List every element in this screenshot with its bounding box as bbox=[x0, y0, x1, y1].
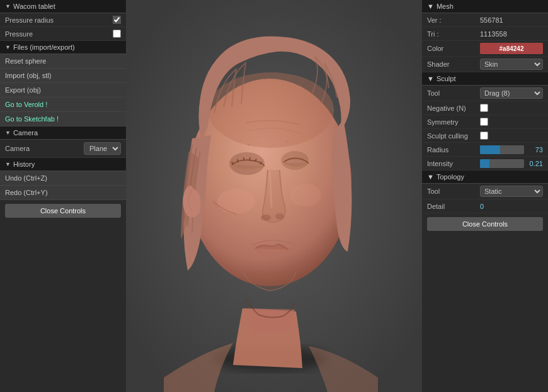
sculpt-culling-checkbox[interactable] bbox=[480, 132, 488, 140]
topology-section-label: Topology bbox=[437, 173, 464, 181]
undo-button[interactable]: Undo (Ctrl+Z) bbox=[0, 171, 126, 186]
sculpt-section-label: Sculpt bbox=[437, 75, 456, 82]
intensity-slider-container[interactable]: 0.21 bbox=[480, 159, 543, 168]
sculpt-section-header[interactable]: ▼ Sculpt bbox=[422, 72, 548, 86]
intensity-label: Intensity bbox=[427, 160, 477, 167]
tri-row: Tri : 1113558 bbox=[422, 27, 548, 41]
left-panel: ▼ Wacom tablet Pressure radius Pressure … bbox=[0, 0, 126, 392]
tool-select[interactable]: Drag (8) Smooth Inflate Flatten bbox=[480, 87, 543, 99]
import-button[interactable]: Import (obj, stl) bbox=[0, 69, 126, 83]
history-section-header[interactable]: ▼ History bbox=[0, 158, 126, 171]
detail-label: Detail bbox=[427, 203, 477, 210]
tri-value: 1113558 bbox=[480, 30, 543, 38]
wacom-section-header[interactable]: ▼ Wacom tablet bbox=[0, 0, 126, 13]
detail-row: Detail 0 bbox=[422, 199, 548, 213]
camera-row: Camera Plane Orbit Fly bbox=[0, 140, 126, 158]
intensity-value: 0.21 bbox=[527, 160, 543, 167]
topo-tool-label: Tool bbox=[427, 188, 477, 195]
radius-slider-fill bbox=[480, 145, 500, 154]
radius-row: Radius 73 bbox=[422, 143, 548, 157]
redo-button[interactable]: Redo (Ctrl+Y) bbox=[0, 186, 126, 200]
symmetry-label: Symmetry bbox=[427, 118, 477, 126]
topo-tool-select[interactable]: Static Dynamic bbox=[480, 186, 543, 197]
reset-sphere-button[interactable]: Reset sphere bbox=[0, 54, 126, 69]
ver-value: 556781 bbox=[480, 16, 543, 24]
intensity-row: Intensity 0.21 bbox=[422, 157, 548, 171]
pressure-radius-checkbox[interactable] bbox=[113, 16, 121, 24]
mesh-section-header[interactable]: ▼ Mesh bbox=[422, 0, 548, 13]
main-viewport[interactable] bbox=[126, 0, 422, 392]
left-close-controls-button[interactable]: Close Controls bbox=[5, 204, 121, 218]
pressure-radius-row: Pressure radius bbox=[0, 13, 126, 27]
camera-select[interactable]: Plane Orbit Fly bbox=[84, 142, 121, 155]
tool-row: Tool Drag (8) Smooth Inflate Flatten bbox=[422, 86, 548, 101]
history-arrow-icon: ▼ bbox=[5, 161, 11, 167]
shader-select[interactable]: Skin Flat PBR bbox=[480, 59, 543, 70]
wacom-arrow-icon: ▼ bbox=[5, 3, 11, 9]
camera-arrow-icon: ▼ bbox=[5, 130, 11, 136]
symmetry-checkbox[interactable] bbox=[480, 118, 488, 126]
radius-label: Radius bbox=[427, 146, 477, 154]
right-close-controls-button[interactable]: Close Controls bbox=[427, 217, 543, 231]
topology-arrow-icon: ▼ bbox=[427, 173, 434, 181]
svg-point-12 bbox=[286, 141, 288, 143]
svg-point-3 bbox=[217, 189, 255, 214]
shader-label: Shader bbox=[427, 60, 477, 68]
goto-verold-button[interactable]: Go to Verold ! bbox=[0, 98, 126, 112]
intensity-slider-bar[interactable] bbox=[480, 159, 524, 168]
wacom-section-label: Wacom tablet bbox=[13, 3, 55, 10]
radius-slider-container[interactable]: 73 bbox=[480, 145, 543, 154]
svg-point-10 bbox=[248, 144, 250, 146]
pressure-radius-label: Pressure radius bbox=[5, 16, 109, 24]
color-label: Color bbox=[427, 45, 477, 52]
goto-sketchfab-button[interactable]: Go to Sketchfab ! bbox=[0, 112, 126, 126]
head-canvas bbox=[126, 0, 422, 392]
svg-point-8 bbox=[261, 215, 271, 221]
negative-row: Negative (N) bbox=[422, 101, 548, 115]
camera-label: Camera bbox=[5, 145, 80, 152]
sculpt-arrow-icon: ▼ bbox=[427, 75, 434, 82]
sculpt-culling-label: Sculpt culling bbox=[427, 132, 477, 140]
pressure-row: Pressure bbox=[0, 27, 126, 41]
tool-label: Tool bbox=[427, 89, 477, 97]
ver-row: Ver : 556781 bbox=[422, 13, 548, 27]
svg-point-9 bbox=[275, 213, 284, 220]
topo-tool-row: Tool Static Dynamic bbox=[422, 184, 548, 199]
sculpt-culling-row: Sculpt culling bbox=[422, 129, 548, 143]
intensity-slider-fill bbox=[480, 159, 489, 168]
symmetry-row: Symmetry bbox=[422, 115, 548, 129]
radius-value: 73 bbox=[527, 146, 543, 154]
svg-point-4 bbox=[290, 184, 321, 206]
color-row: Color #a84242 bbox=[422, 41, 548, 57]
history-section-label: History bbox=[13, 160, 35, 168]
right-panel: ▼ Mesh Ver : 556781 Tri : 1113558 Color … bbox=[422, 0, 548, 392]
detail-value: 0 bbox=[480, 203, 543, 210]
files-section-label: Files (import/export) bbox=[13, 43, 75, 51]
tri-label: Tri : bbox=[427, 30, 477, 38]
radius-slider-bar[interactable] bbox=[480, 145, 524, 154]
shader-row: Shader Skin Flat PBR bbox=[422, 57, 548, 72]
camera-section-label: Camera bbox=[13, 129, 38, 137]
topology-section-header[interactable]: ▼ Topology bbox=[422, 171, 548, 184]
negative-label: Negative (N) bbox=[427, 104, 477, 112]
camera-section-header[interactable]: ▼ Camera bbox=[0, 126, 126, 140]
mesh-arrow-icon: ▼ bbox=[427, 3, 434, 10]
files-section-header[interactable]: ▼ Files (import/export) bbox=[0, 41, 126, 54]
color-swatch[interactable]: #a84242 bbox=[480, 43, 543, 54]
mesh-section-label: Mesh bbox=[437, 3, 454, 10]
pressure-label: Pressure bbox=[5, 30, 109, 38]
negative-checkbox[interactable] bbox=[480, 104, 488, 112]
pressure-checkbox[interactable] bbox=[113, 30, 121, 38]
ver-label: Ver : bbox=[427, 16, 477, 24]
svg-point-11 bbox=[258, 137, 259, 138]
files-arrow-icon: ▼ bbox=[5, 44, 11, 50]
export-button[interactable]: Export (obj) bbox=[0, 83, 126, 98]
